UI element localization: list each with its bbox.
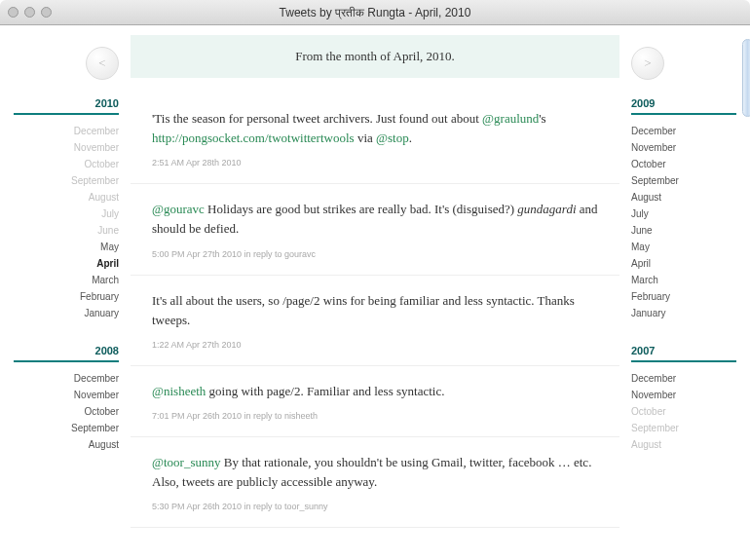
month-list: DecemberNovemberOctoberSeptemberAugust bbox=[14, 370, 119, 453]
next-button[interactable]: > bbox=[631, 47, 664, 80]
window-titlebar: Tweets by प्रतीक Rungta - April, 2010 bbox=[0, 0, 750, 25]
tweet-text: 'Tis the season for personal tweet archi… bbox=[152, 109, 598, 148]
month-link[interactable]: August bbox=[631, 189, 736, 205]
prev-button[interactable]: < bbox=[86, 47, 119, 80]
traffic-lights bbox=[8, 7, 52, 18]
month-link[interactable]: January bbox=[14, 305, 119, 321]
month-link[interactable]: June bbox=[631, 222, 736, 239]
month-link[interactable]: March bbox=[14, 272, 119, 288]
month-link[interactable]: July bbox=[631, 205, 736, 222]
month-link[interactable]: November bbox=[631, 139, 736, 156]
month-link[interactable]: June bbox=[14, 222, 119, 239]
scrollbar-thumb[interactable] bbox=[742, 39, 750, 117]
tweet-meta[interactable]: 5:30 PM Apr 26th 2010 in reply to toor_s… bbox=[152, 502, 598, 511]
mention-link[interactable]: @graulund bbox=[482, 111, 539, 126]
month-link[interactable]: August bbox=[14, 189, 119, 205]
month-list: DecemberNovemberOctoberSeptemberAugustJu… bbox=[631, 123, 736, 321]
month-link[interactable]: February bbox=[14, 288, 119, 305]
month-link[interactable]: February bbox=[631, 288, 736, 305]
month-link[interactable]: September bbox=[631, 172, 736, 189]
chevron-right-icon: > bbox=[644, 56, 651, 71]
month-link[interactable]: October bbox=[631, 156, 736, 172]
tweet: It's all about the users, so /page/2 win… bbox=[131, 276, 619, 366]
month-banner: From the month of April, 2010. bbox=[131, 35, 619, 78]
month-link[interactable]: April bbox=[631, 255, 736, 272]
banner-text: From the month of April, 2010. bbox=[295, 49, 455, 63]
month-link[interactable]: August bbox=[14, 436, 119, 453]
month-link[interactable]: May bbox=[631, 239, 736, 255]
tweet-text: @toor_sunny By that rationale, you shoul… bbox=[152, 453, 598, 492]
external-link[interactable]: http://pongsocket.com/twotwittertwools bbox=[152, 131, 355, 145]
mention-link[interactable]: @gouravc bbox=[152, 202, 205, 216]
tweet: 'Tis the season for personal tweet archi… bbox=[131, 93, 619, 184]
tweet-meta[interactable]: 1:22 AM Apr 27th 2010 bbox=[152, 340, 598, 350]
year-heading[interactable]: 2007 bbox=[631, 345, 736, 362]
month-link[interactable]: December bbox=[631, 370, 736, 387]
mention-link[interactable]: @toor_sunny bbox=[152, 455, 220, 469]
month-link[interactable]: November bbox=[631, 387, 736, 403]
sidebar-right: > 2009DecemberNovemberOctoberSeptemberAu… bbox=[619, 25, 736, 560]
main-column: From the month of April, 2010. 'Tis the … bbox=[131, 25, 619, 560]
month-link[interactable]: December bbox=[14, 370, 119, 387]
tweet-text: @nisheeth going with page/2. Familiar an… bbox=[152, 382, 598, 401]
month-link[interactable]: August bbox=[631, 436, 736, 453]
month-link[interactable]: April bbox=[14, 255, 119, 272]
minimize-icon[interactable] bbox=[24, 7, 35, 18]
month-list: DecemberNovemberOctoberSeptemberAugustJu… bbox=[14, 123, 119, 321]
month-link[interactable]: March bbox=[631, 272, 736, 288]
year-block: 2008DecemberNovemberOctoberSeptemberAugu… bbox=[14, 345, 119, 453]
month-link[interactable]: January bbox=[631, 305, 736, 321]
mention-link[interactable]: @nisheeth bbox=[152, 384, 206, 398]
tweet: @toor_sunny By that rationale, you shoul… bbox=[131, 437, 619, 528]
tweet-meta[interactable]: 7:01 PM Apr 26th 2010 in reply to nishee… bbox=[152, 411, 598, 421]
tweet-meta[interactable]: 5:00 PM Apr 27th 2010 in reply to gourav… bbox=[152, 249, 598, 259]
month-link[interactable]: July bbox=[14, 205, 119, 222]
year-block: 2009DecemberNovemberOctoberSeptemberAugu… bbox=[631, 97, 736, 321]
month-link[interactable]: December bbox=[631, 123, 736, 139]
tweet: @gouravc Holidays are good but strikes a… bbox=[131, 184, 619, 275]
tweet-meta[interactable]: 2:51 AM Apr 28th 2010 bbox=[152, 158, 598, 168]
emphasis: gundagardi bbox=[517, 202, 576, 216]
month-link[interactable]: May bbox=[14, 239, 119, 255]
month-link[interactable]: September bbox=[14, 172, 119, 189]
year-block: 2007DecemberNovemberOctoberSeptemberAugu… bbox=[631, 345, 736, 453]
month-link[interactable]: October bbox=[14, 156, 119, 172]
month-link[interactable]: November bbox=[14, 139, 119, 156]
sidebar-left: < 2010DecemberNovemberOctoberSeptemberAu… bbox=[14, 25, 131, 560]
chevron-left-icon: < bbox=[98, 56, 105, 71]
month-link[interactable]: November bbox=[14, 387, 119, 403]
window-title: Tweets by प्रतीक Rungta - April, 2010 bbox=[0, 6, 750, 19]
month-link[interactable]: October bbox=[14, 403, 119, 420]
close-icon[interactable] bbox=[8, 7, 19, 18]
year-heading[interactable]: 2009 bbox=[631, 97, 736, 115]
month-link[interactable]: December bbox=[14, 123, 119, 139]
month-link[interactable]: October bbox=[631, 403, 736, 420]
month-link[interactable]: September bbox=[14, 420, 119, 436]
tweet-text: It's all about the users, so /page/2 win… bbox=[152, 291, 598, 330]
month-list: DecemberNovemberOctoberSeptemberAugust bbox=[631, 370, 736, 453]
tweet: @nisheeth going with page/2. Familiar an… bbox=[131, 366, 619, 437]
mention-link[interactable]: @stop bbox=[376, 131, 409, 145]
tweet-text: @gouravc Holidays are good but strikes a… bbox=[152, 200, 598, 239]
zoom-icon[interactable] bbox=[41, 7, 52, 18]
year-block: 2010DecemberNovemberOctoberSeptemberAugu… bbox=[14, 97, 119, 321]
year-heading[interactable]: 2010 bbox=[14, 97, 119, 115]
year-heading[interactable]: 2008 bbox=[14, 345, 119, 362]
month-link[interactable]: September bbox=[631, 420, 736, 436]
